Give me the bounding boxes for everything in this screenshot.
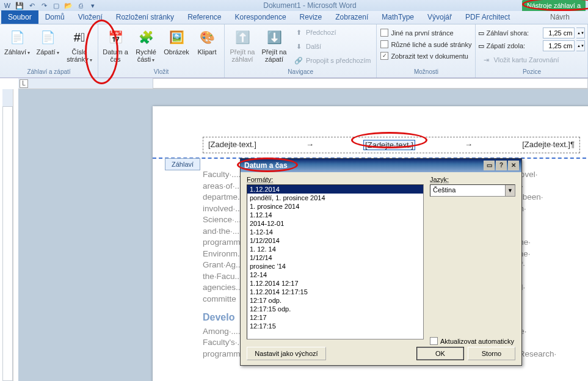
format-item[interactable]: 1. 12. 14: [247, 245, 423, 253]
tab-design-context[interactable]: Návrh: [543, 10, 588, 24]
format-item[interactable]: 12:17 odp.: [247, 296, 423, 305]
next-button[interactable]: ⬇Další: [291, 40, 374, 53]
ok-button[interactable]: OK: [416, 347, 464, 360]
language-combo[interactable]: Čeština ▼: [430, 184, 515, 197]
format-item[interactable]: 1/12/14: [247, 253, 423, 262]
header-button[interactable]: 📄Záhlaví: [2, 26, 32, 59]
goto-header-icon: ⬆️: [233, 27, 252, 47]
header-right-placeholder[interactable]: [Zadejte·text.]¶: [522, 140, 575, 150]
picture-button[interactable]: 🖼️Obrázek: [162, 26, 191, 57]
horizontal-ruler[interactable]: L: [18, 78, 588, 89]
group-header-footer: 📄Záhlaví 📄Zápatí #⃣Číslo stránky Záhlaví…: [0, 24, 98, 78]
tab-page-layout[interactable]: Rozložení stránky: [109, 10, 181, 24]
quick-parts-button[interactable]: 🧩Rychlé části: [131, 26, 161, 66]
previous-icon: ⬆: [294, 27, 303, 37]
format-item[interactable]: 12-14: [247, 270, 423, 279]
tab-selector[interactable]: L: [20, 79, 28, 88]
tab-pdf-architect[interactable]: PDF Architect: [459, 10, 517, 24]
open-icon[interactable]: 📂: [64, 1, 73, 10]
header-center-placeholder[interactable]: [Zadejte·text.]: [363, 140, 415, 150]
insert-alignment-tab-button[interactable]: ⇥Vložit kartu Zarovnání: [478, 53, 585, 67]
format-item[interactable]: 1.12.2014 12:17: [247, 279, 423, 288]
link-icon: 🔗: [294, 56, 303, 65]
group-options: Jiné na první stránce Různé liché a sudé…: [377, 24, 476, 78]
tab-review[interactable]: Revize: [293, 10, 329, 24]
spinner-arrows-icon[interactable]: ▲▼: [576, 40, 585, 51]
tab-arrow-icon: →: [306, 140, 314, 150]
header-from-top-spinner[interactable]: ▭Záhlaví shora:1,25 cm▲▼: [478, 27, 585, 38]
page-number-button[interactable]: #⃣Číslo stránky: [64, 26, 95, 66]
previous-button[interactable]: ⬆Předchozí: [291, 26, 374, 39]
group-position: ▭Záhlaví shora:1,25 cm▲▼ ▭Zápatí zdola:1…: [476, 24, 588, 78]
undo-icon[interactable]: ↶: [27, 1, 37, 10]
format-item[interactable]: 1.12.2014: [247, 185, 423, 194]
format-item[interactable]: prosinec '14: [247, 262, 423, 270]
format-item[interactable]: 2014-12-01: [247, 219, 423, 228]
tab-view[interactable]: Zobrazení: [328, 10, 375, 24]
date-time-button[interactable]: 📅Datum a čas: [101, 26, 130, 65]
set-default-button[interactable]: Nastavit jako výchozí: [247, 347, 326, 360]
link-previous-button[interactable]: 🔗Propojit s předchozím: [291, 54, 374, 67]
chevron-down-icon[interactable]: ▼: [505, 185, 515, 196]
format-item[interactable]: 1.12.2014 12:17:15: [247, 288, 423, 296]
qat-more-icon[interactable]: ▾: [88, 1, 98, 10]
show-doc-text-checkbox[interactable]: ✓Zobrazit text v dokumentu: [379, 51, 473, 60]
quick-parts-icon: 🧩: [136, 27, 156, 47]
spinner-arrows-icon[interactable]: ▲▼: [576, 27, 585, 38]
dialog-close-button[interactable]: ✕: [508, 161, 519, 170]
group-insert: 📅Datum a čas 🧩Rychlé části 🖼️Obrázek 🎨Kl…: [98, 24, 225, 78]
format-item[interactable]: 1. prosince 2014: [247, 202, 423, 211]
format-item[interactable]: 12:17:15: [247, 322, 423, 330]
align-tab-icon: ⇥: [481, 55, 491, 65]
tab-insert[interactable]: Vložení: [71, 10, 109, 24]
format-item[interactable]: 12:17: [247, 313, 423, 322]
format-item[interactable]: 1.12.14: [247, 211, 423, 219]
dialog-titlebar[interactable]: Datum a čas ▭ ? ✕: [241, 159, 521, 172]
dialog-icon-button[interactable]: ▭: [484, 161, 495, 170]
word-app-icon[interactable]: W: [2, 1, 12, 10]
group-navigation: ⬆️Přejít na záhlaví ⬇️Přejít na zápatí ⬆…: [225, 24, 377, 78]
formats-label: Formáty:: [247, 176, 424, 183]
footer-button[interactable]: 📄Zápatí: [33, 26, 62, 59]
vertical-ruler[interactable]: [2, 89, 13, 381]
redo-icon[interactable]: ↷: [39, 1, 49, 10]
format-item[interactable]: 1-12-14: [247, 228, 423, 236]
auto-update-checkbox[interactable]: Aktualizovat automaticky: [430, 337, 515, 345]
tab-references[interactable]: Reference: [181, 10, 228, 24]
header-left-placeholder[interactable]: [Zadejte·text.]: [208, 140, 256, 150]
header-icon: 📄: [7, 27, 27, 47]
header-zone[interactable]: [Zadejte·text.] → [Zadejte·text.] → [Zad…: [203, 137, 580, 153]
tab-arrow-icon: →: [465, 140, 473, 150]
print-icon[interactable]: ⎙: [76, 1, 85, 10]
footer-from-bottom-spinner[interactable]: ▭Zápatí zdola:1,25 cm▲▼: [478, 40, 585, 51]
formats-listbox[interactable]: 1.12.2014pondělí, 1. prosince 20141. pro…: [247, 184, 424, 339]
save-icon[interactable]: 💾: [15, 1, 24, 10]
page-number-icon: #⃣: [70, 27, 89, 47]
format-item[interactable]: 12:17:15 odp.: [247, 305, 423, 313]
date-time-dialog: Datum a čas ▭ ? ✕ Formáty: 1.12.2014pond…: [240, 158, 522, 366]
footer-icon: 📄: [38, 27, 57, 47]
next-icon: ⬇: [294, 42, 303, 51]
new-icon[interactable]: ▢: [51, 1, 61, 10]
tab-home[interactable]: Domů: [38, 10, 71, 24]
ribbon-tabs: Soubor Domů Vložení Rozložení stránky Re…: [0, 11, 588, 24]
tab-file[interactable]: Soubor: [1, 10, 38, 24]
tab-mathtype[interactable]: MathType: [375, 10, 421, 24]
quick-access-toolbar: W 💾 ↶ ↷ ▢ 📂 ⎙ ▾: [2, 1, 98, 10]
clipart-button[interactable]: 🎨Klipart: [192, 26, 222, 57]
goto-footer-button[interactable]: ⬇️Přejít na zápatí: [259, 26, 289, 65]
different-first-page-checkbox[interactable]: Jiné na první stránce: [379, 28, 473, 37]
format-item[interactable]: pondělí, 1. prosince 2014: [247, 194, 423, 202]
context-tool-tab[interactable]: Nástroje záhlaví a: [522, 0, 586, 11]
different-odd-even-checkbox[interactable]: Různé liché a sudé stránky: [379, 40, 473, 49]
cancel-button[interactable]: Storno: [468, 347, 515, 360]
tab-developer[interactable]: Vývojář: [421, 10, 459, 24]
clipart-icon: 🎨: [197, 27, 217, 47]
goto-header-button[interactable]: ⬆️Přejít na záhlaví: [227, 26, 258, 65]
ribbon: 📄Záhlaví 📄Zápatí #⃣Číslo stránky Záhlaví…: [0, 24, 588, 78]
format-item[interactable]: 1/12/2014: [247, 236, 423, 245]
dialog-help-button[interactable]: ?: [496, 161, 507, 170]
footer-bottom-icon: ▭: [478, 42, 484, 50]
checkbox-icon: ✓: [380, 52, 388, 60]
tab-mailings[interactable]: Korespondence: [228, 10, 293, 24]
